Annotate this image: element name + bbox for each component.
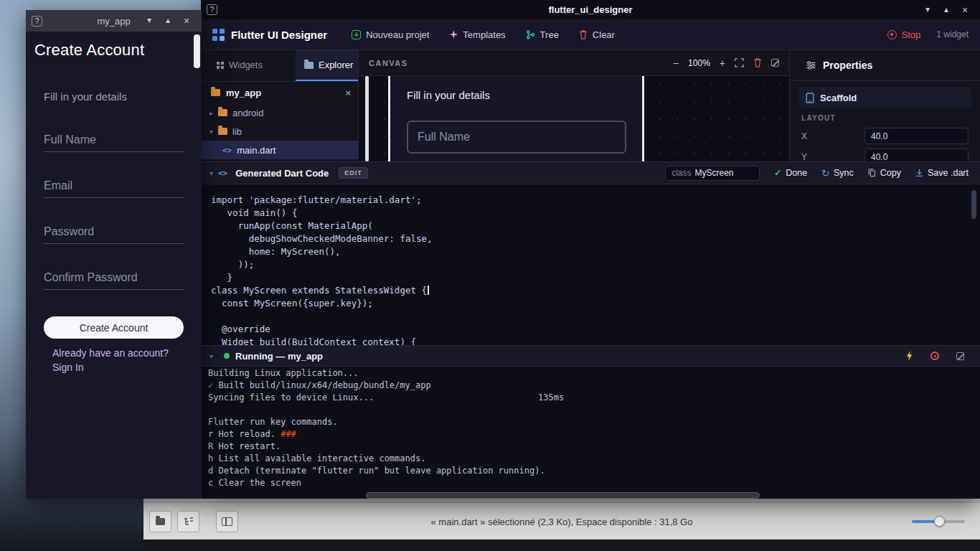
clear-canvas-icon[interactable] (771, 59, 779, 67)
preview-textfield-widget[interactable]: Full Name (407, 121, 626, 154)
maximize-window-button[interactable]: ▴ (937, 4, 956, 16)
templates-button[interactable]: Templates (449, 29, 505, 40)
canvas-surface[interactable]: Fill in your details Full Name (359, 76, 789, 161)
code-editor[interactable]: import 'package:flutter/material.dart'; … (201, 184, 980, 345)
save-dart-button[interactable]: Save .dart (915, 168, 969, 178)
zoom-out-button[interactable]: − (673, 57, 679, 69)
project-root-row[interactable]: my_app × (201, 82, 358, 103)
canvas-header: CANVAS − 100% + (359, 50, 789, 76)
email-field[interactable]: Email (44, 166, 184, 198)
signin-link[interactable]: Sign In (52, 360, 169, 375)
zoom-in-button[interactable]: + (720, 57, 725, 69)
collapse-chevron-icon[interactable]: ▾ (209, 169, 218, 177)
console-line: Syncing files to device Linux...135ms (208, 392, 980, 404)
panel-tabs: Widgets Explorer (201, 50, 358, 82)
console-line: Building Linux application... (208, 367, 980, 380)
clear-button[interactable]: Clear (579, 29, 615, 40)
chevron-down-icon[interactable]: ▾ (209, 128, 218, 136)
page-title: Create Account (34, 41, 144, 60)
designer-window-title: flutter_ui_designer (201, 4, 980, 15)
record-icon[interactable] (930, 352, 939, 360)
console-line: h List all available interactive command… (208, 453, 980, 465)
password-field[interactable]: Password (44, 212, 184, 244)
folder-icon (211, 89, 220, 96)
y-label: Y (801, 152, 864, 162)
collapse-chevron-icon[interactable]: ▾ (209, 352, 218, 360)
sync-icon: ↻ (821, 168, 829, 179)
file-manager-statusbar: « main.dart » sélectionné (2,3 Ko), Espa… (143, 502, 980, 540)
code-line: )); (211, 258, 980, 271)
chevron-right-icon[interactable]: ▸ (209, 109, 218, 117)
designer-window: ? flutter_ui_designer ▾ ▴ × Flutter UI D… (201, 0, 980, 499)
explorer-folder-icon (304, 62, 314, 69)
tree-button[interactable]: Tree (526, 29, 559, 40)
canvas-panel: CANVAS − 100% + Fill in your details Ful… (359, 50, 789, 161)
signin-link-block[interactable]: Already have an account? Sign In (52, 346, 169, 375)
fm-horizontal-scrollbar[interactable] (366, 492, 760, 499)
console-line: d Detach (terminate "flutter run" but le… (208, 465, 980, 477)
code-line: debugShowCheckedModeBanner: false, (211, 232, 980, 245)
sync-button[interactable]: ↻ Sync (821, 168, 854, 179)
code-scrollbar[interactable] (971, 190, 976, 219)
close-project-icon[interactable]: × (345, 88, 351, 98)
fit-screen-icon[interactable] (735, 58, 744, 67)
canvas-scrollbar[interactable] (365, 76, 369, 161)
explorer-panel: Widgets Explorer my_app × ▸ android ▾ (201, 50, 359, 161)
device-frame[interactable]: Fill in your details Full Name (388, 76, 644, 161)
sync-duration: 135ms (538, 392, 564, 404)
sliders-icon (806, 60, 816, 70)
close-window-button[interactable]: × (956, 4, 974, 16)
code-line: import 'package:flutter/material.dart'; (211, 194, 980, 207)
app-brand: Flutter UI Designer (231, 29, 327, 41)
confirm-password-field[interactable]: Confirm Password (44, 258, 184, 290)
selected-widget-row[interactable]: Scaffold (798, 87, 971, 108)
stop-icon (887, 30, 897, 39)
code-line: } (211, 271, 980, 284)
zoom-level: 100% (688, 58, 710, 68)
myapp-titlebar[interactable]: ? my_app ▾ ▴ × (26, 10, 202, 32)
designer-titlebar[interactable]: ? flutter_ui_designer ▾ ▴ × (201, 0, 980, 19)
prop-row-y: Y 40.0 (801, 149, 969, 161)
class-name-input[interactable]: class MyScreen (665, 166, 760, 181)
slider-handle[interactable] (934, 516, 945, 527)
console-line: R Hot restart. (208, 441, 980, 453)
close-window-button[interactable]: × (177, 15, 196, 27)
edit-badge: EDIT (339, 167, 368, 179)
tree-item-lib[interactable]: ▾ lib (201, 122, 358, 141)
shade-window-button[interactable]: ▾ (918, 4, 937, 16)
stop-button[interactable]: Stop (887, 29, 921, 40)
done-button[interactable]: ✓ Done (774, 168, 807, 178)
generated-code-panel: ▾ <> Generated Dart Code EDIT class MySc… (201, 161, 980, 345)
clear-console-icon[interactable] (956, 352, 964, 360)
code-panel-title: Generated Dart Code (235, 168, 329, 179)
console-line: Flutter run key commands. (208, 416, 980, 428)
bottom-dark-strip (143, 540, 980, 551)
fm-zoom-slider[interactable] (912, 520, 965, 523)
shade-window-button[interactable]: ▾ (140, 15, 159, 27)
phone-icon (806, 93, 814, 103)
new-project-button[interactable]: + Nouveau projet (352, 29, 429, 40)
branch-icon (526, 30, 535, 39)
myapp-scrollbar[interactable] (194, 34, 200, 68)
fire-marks: ### (281, 429, 296, 439)
console-line: c Clear the screen (208, 477, 980, 489)
delete-widget-icon[interactable] (753, 58, 762, 67)
tree-item-android[interactable]: ▸ android (201, 103, 358, 122)
tree-item-main-dart[interactable]: <> main.dart (201, 141, 358, 159)
code-line: @override (211, 323, 980, 336)
hot-reload-icon[interactable] (905, 351, 913, 361)
copy-button[interactable]: Copy (868, 168, 901, 178)
maximize-window-button[interactable]: ▴ (159, 15, 177, 27)
fullname-field[interactable]: Full Name (44, 121, 184, 152)
code-line: Widget build(BuildContext context) { (211, 336, 980, 345)
tab-widgets[interactable]: Widgets (208, 50, 271, 81)
code-line: class MyScreen extends StatelessWidget { (211, 284, 980, 297)
y-input[interactable]: 40.0 (864, 149, 969, 161)
x-input[interactable]: 40.0 (864, 128, 969, 144)
create-account-button[interactable]: Create Account (44, 316, 184, 339)
myapp-window: ? my_app ▾ ▴ × Create Account Fill in yo… (26, 10, 202, 499)
preview-text-widget[interactable]: Fill in your details (407, 89, 490, 101)
app-logo-icon (212, 29, 225, 41)
console-header: ▾ Running — my_app (201, 346, 980, 367)
tab-explorer[interactable]: Explorer (296, 50, 359, 81)
